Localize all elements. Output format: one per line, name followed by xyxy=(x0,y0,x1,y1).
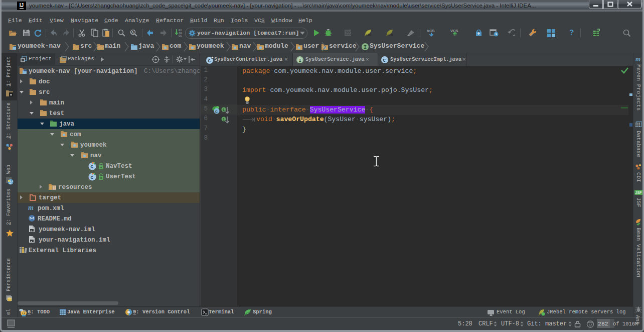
svg-text:C: C xyxy=(208,59,211,64)
svg-text:1: 1 xyxy=(223,118,225,122)
svg-text:C: C xyxy=(215,109,218,114)
svg-text:JR: JR xyxy=(389,33,393,37)
svg-text:JR: JR xyxy=(367,33,372,37)
svg-text:1: 1 xyxy=(223,108,225,112)
svg-text:C: C xyxy=(91,165,94,170)
svg-text:VCS: VCS xyxy=(427,29,434,33)
svg-text:I: I xyxy=(364,45,367,50)
svg-text:JSF: JSF xyxy=(635,191,642,194)
svg-text:I: I xyxy=(299,58,301,63)
svg-text:C: C xyxy=(383,58,386,63)
svg-text:A: A xyxy=(131,31,134,34)
svg-text:C: C xyxy=(91,175,94,180)
svg-text:01: 01 xyxy=(179,34,182,37)
